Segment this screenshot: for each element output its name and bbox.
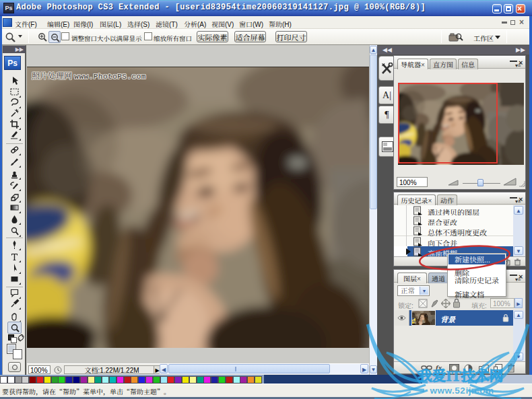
svg-text:www.52ij.com: www.52ij.com bbox=[430, 386, 494, 396]
svg-text:我爱IT技术网: 我爱IT技术网 bbox=[418, 365, 503, 385]
